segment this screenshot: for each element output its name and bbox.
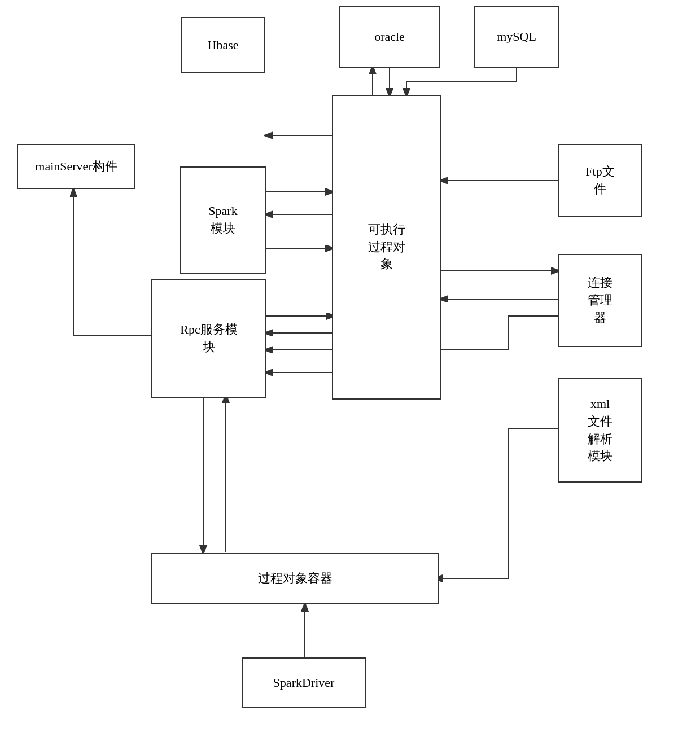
exec-process-box: 可执行过程对象 — [332, 95, 441, 400]
hbase-box: Hbase — [181, 17, 265, 73]
spark-box: Spark模块 — [180, 166, 266, 274]
conn-mgr-box: 连接管理器 — [558, 254, 642, 347]
architecture-diagram: Hbase oracle mySQL mainServer构件 Spark模块 … — [0, 0, 700, 750]
ftp-box: Ftp文件 — [558, 144, 642, 217]
spark-driver-box: SparkDriver — [242, 657, 366, 708]
process-container-box: 过程对象容器 — [151, 553, 439, 604]
xml-box: xml文件解析模块 — [558, 378, 642, 483]
oracle-box: oracle — [339, 6, 440, 68]
mainserver-box: mainServer构件 — [17, 144, 135, 189]
rpc-box: Rpc服务模块 — [151, 279, 266, 398]
mysql-box: mySQL — [474, 6, 559, 68]
